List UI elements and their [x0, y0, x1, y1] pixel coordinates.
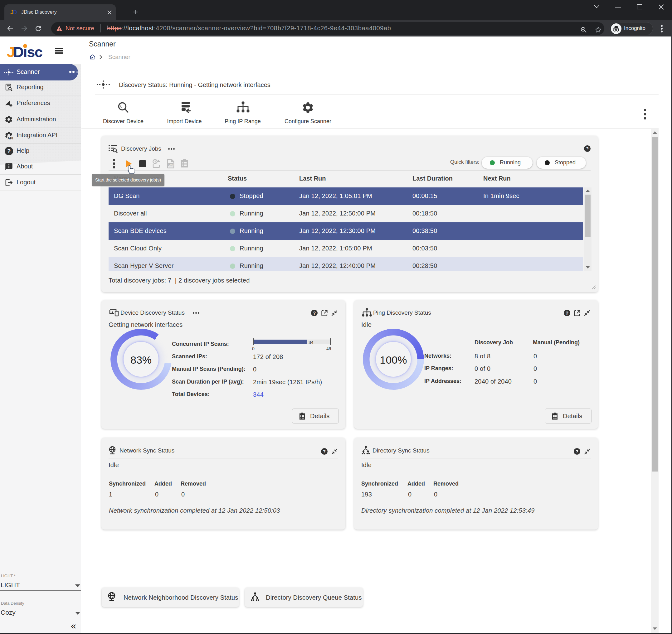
- svg-text:API: API: [7, 136, 13, 140]
- svg-text:LOG: LOG: [169, 164, 174, 166]
